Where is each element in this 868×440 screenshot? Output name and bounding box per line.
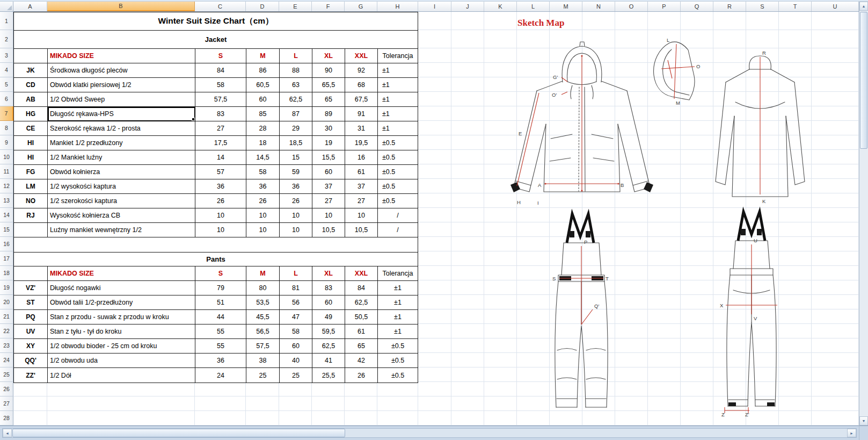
row-header-1[interactable]: 1 [0,12,13,30]
size-value-cell[interactable]: 88 [280,63,312,78]
size-value-cell[interactable]: 41 [312,354,345,368]
size-value-cell[interactable]: 55 [195,339,246,354]
size-value-cell[interactable]: 63 [280,78,312,92]
size-value-cell[interactable]: 65 [312,92,345,107]
code-cell[interactable]: CD [14,78,48,92]
column-header-N[interactable]: N [582,2,615,11]
tolerance-cell[interactable]: ±0.5 [378,165,418,179]
size-value-cell[interactable]: 36 [195,179,246,194]
size-value-cell[interactable]: 26 [345,368,378,383]
tolerance-cell[interactable]: / [378,208,418,223]
row-header-12[interactable]: 12 [0,179,13,193]
code-cell[interactable]: LM [14,179,48,194]
size-value-cell[interactable]: 83 [195,107,246,121]
row-header-28[interactable]: 28 [0,411,13,425]
size-value-cell[interactable]: 15 [280,150,312,165]
row-header-14[interactable]: 14 [0,208,13,222]
size-value-cell[interactable]: 27 [345,194,378,208]
size-value-cell[interactable]: 14,5 [246,150,280,165]
size-col-header-cell[interactable]: XXL [345,49,378,63]
size-value-cell[interactable]: 18 [246,136,280,150]
size-value-cell[interactable]: 27 [195,121,246,136]
size-value-cell[interactable]: 10,5 [312,223,345,237]
pants-code-header-cell[interactable] [14,266,48,281]
size-value-cell[interactable]: 50,5 [345,310,378,324]
tolerance-cell[interactable]: ±1 [378,310,418,324]
size-col-header-cell[interactable]: XXL [345,266,378,281]
code-cell[interactable]: CE [14,121,48,136]
column-header-O[interactable]: O [615,2,648,11]
column-header-P[interactable]: P [648,2,681,11]
size-col-header-cell[interactable]: XL [312,49,345,63]
row-header-24[interactable]: 24 [0,353,13,367]
scroll-down-icon[interactable]: ▼ [859,416,868,425]
size-value-cell[interactable]: 10 [312,208,345,223]
measurement-name-cell[interactable]: Obwód kołnierza [48,165,195,179]
size-value-cell[interactable]: 57,5 [195,92,246,107]
size-value-cell[interactable]: 47 [280,310,312,324]
size-value-cell[interactable]: 45,5 [246,310,280,324]
size-value-cell[interactable]: 36 [195,354,246,368]
row-header-15[interactable]: 15 [0,222,13,237]
size-value-cell[interactable]: 57 [195,165,246,179]
tolerance-cell[interactable]: ±0.5 [378,194,418,208]
size-value-cell[interactable]: 44 [195,310,246,324]
column-header-S[interactable]: S [746,2,779,11]
size-value-cell[interactable]: 56 [280,295,312,310]
size-value-cell[interactable]: 10 [195,208,246,223]
row-header-23[interactable]: 23 [0,338,13,353]
row-header-11[interactable]: 11 [0,164,13,179]
measurement-name-cell[interactable]: 1/2 Mankiet luźny [48,150,195,165]
size-value-cell[interactable]: 25 [246,368,280,383]
size-value-cell[interactable]: 28 [246,121,280,136]
size-value-cell[interactable]: 65 [345,339,378,354]
code-cell[interactable]: NO [14,194,48,208]
code-cell[interactable] [14,223,48,237]
size-value-cell[interactable]: 26 [195,194,246,208]
measurement-name-cell[interactable]: Obwód talii 1/2-przedłużony [48,295,195,310]
size-value-cell[interactable]: 19,5 [345,136,378,150]
size-value-cell[interactable]: 25 [280,368,312,383]
sheet-grid[interactable]: Winter Suit Size Chart（cm） Jacket MIKADO… [13,12,859,425]
size-value-cell[interactable]: 29 [280,121,312,136]
row-header-18[interactable]: 18 [0,266,13,280]
code-cell[interactable]: HI [14,136,48,150]
measurement-name-cell[interactable]: Obwód klatki piersiowej 1/2 [48,78,195,92]
size-value-cell[interactable]: 30 [312,121,345,136]
column-header-U[interactable]: U [812,2,859,11]
size-value-cell[interactable]: 55 [195,324,246,339]
size-value-cell[interactable]: 84 [195,63,246,78]
size-value-cell[interactable]: 60 [312,165,345,179]
code-cell[interactable]: XY [14,339,48,354]
measurement-name-cell[interactable]: 1/2 Obwód Sweep [48,92,195,107]
size-value-cell[interactable]: 19 [312,136,345,150]
size-value-cell[interactable]: 53,5 [246,295,280,310]
size-value-cell[interactable]: 27 [312,194,345,208]
size-value-cell[interactable]: 67,5 [345,92,378,107]
size-col-header-cell[interactable]: S [195,266,246,281]
row-header-19[interactable]: 19 [0,280,13,295]
row-header-4[interactable]: 4 [0,63,13,77]
row-header-16[interactable]: 16 [0,237,13,251]
vertical-scroll-thumb[interactable] [860,12,867,149]
size-value-cell[interactable]: 51 [195,295,246,310]
column-header-B[interactable]: B [47,2,195,11]
jacket-section-cell[interactable]: Jacket [14,31,418,49]
measurement-name-cell[interactable]: Szerokość rękawa 1/2 - prosta [48,121,195,136]
row-header-27[interactable]: 27 [0,396,13,411]
size-value-cell[interactable]: 61 [345,324,378,339]
size-value-cell[interactable]: 56,5 [246,324,280,339]
size-value-cell[interactable]: 42 [345,354,378,368]
code-cell[interactable]: RJ [14,208,48,223]
size-value-cell[interactable]: 62,5 [280,92,312,107]
measurement-name-cell[interactable]: 1/2 wysokości kaptura [48,179,195,194]
code-cell[interactable]: AB [14,92,48,107]
size-value-cell[interactable]: 60 [312,295,345,310]
scroll-left-icon[interactable]: ◄ [3,429,12,437]
measurement-name-cell[interactable]: Wysokość kołnierza CB [48,208,195,223]
column-header-R[interactable]: R [713,2,746,11]
row-header-10[interactable]: 10 [0,150,13,164]
size-value-cell[interactable]: 59 [280,165,312,179]
column-header-F[interactable]: F [312,2,345,11]
size-value-cell[interactable]: 15,5 [312,150,345,165]
